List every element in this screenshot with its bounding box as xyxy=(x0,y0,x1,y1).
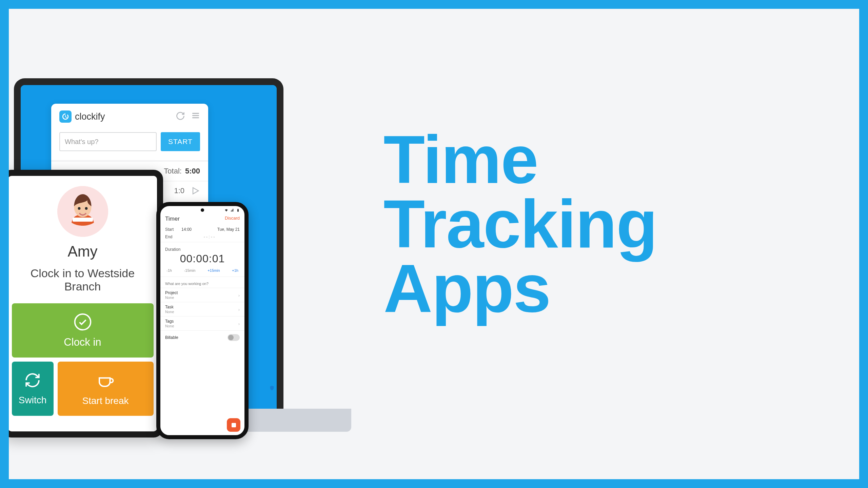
minus-15min-button[interactable]: -15min xyxy=(184,268,196,272)
tablet-frame: Amy Clock in to Westside Branch Clock in… xyxy=(9,170,163,438)
entry-duration: 1:0 xyxy=(174,186,184,195)
billable-row: Billable xyxy=(160,330,244,344)
tags-value: None xyxy=(165,324,240,328)
clock-in-button[interactable]: Clock in xyxy=(12,303,154,358)
project-value: None xyxy=(165,296,240,300)
minus-1h-button[interactable]: -1h xyxy=(166,268,172,272)
refresh-icon[interactable] xyxy=(176,111,185,122)
start-button[interactable]: START xyxy=(161,132,200,151)
timer-title: Timer xyxy=(165,216,180,222)
tags-field[interactable]: Tags None › xyxy=(160,316,244,330)
battery-icon xyxy=(236,208,240,212)
title-line-2: Tracking xyxy=(383,192,657,256)
end-label: End xyxy=(165,235,179,239)
tags-label: Tags xyxy=(165,319,240,324)
svg-rect-8 xyxy=(73,218,93,222)
location-line-1: Clock in to Westside xyxy=(31,267,135,280)
play-icon[interactable] xyxy=(191,186,200,196)
check-icon xyxy=(73,312,92,333)
clockify-brand: clockify xyxy=(59,110,105,123)
duration-label: Duration xyxy=(160,244,244,252)
user-name: Amy xyxy=(68,243,98,260)
stop-icon xyxy=(232,423,236,427)
timer-app: Timer Discard Start 14:00 Tue, May 21 En… xyxy=(160,206,244,435)
phone-frame: Timer Discard Start 14:00 Tue, May 21 En… xyxy=(156,202,249,439)
signal-icon xyxy=(230,208,235,212)
switch-icon xyxy=(24,372,41,390)
plus-1h-button[interactable]: +1h xyxy=(232,268,238,272)
phone-status-icons xyxy=(224,208,240,212)
kiosk-app: Amy Clock in to Westside Branch Clock in… xyxy=(9,176,157,431)
poster-title: Time Tracking Apps xyxy=(383,127,657,321)
discard-button[interactable]: Discard xyxy=(225,216,240,222)
svg-marker-3 xyxy=(193,188,198,194)
wifi-icon xyxy=(224,208,229,212)
stop-button[interactable] xyxy=(227,418,240,432)
task-value: None xyxy=(165,310,240,314)
title-line-3: Apps xyxy=(383,256,657,321)
location-line-2: Branch xyxy=(64,280,101,293)
quick-adjust-row: -1h -15min +15min +1h xyxy=(160,267,244,275)
plus-15min-button[interactable]: +15min xyxy=(208,268,220,272)
menu-icon[interactable] xyxy=(191,111,200,122)
clockify-header-actions xyxy=(176,111,200,122)
shield-icon xyxy=(269,385,275,391)
break-label: Start break xyxy=(82,395,129,406)
billable-toggle[interactable] xyxy=(228,334,240,341)
divider xyxy=(160,277,244,277)
svg-rect-11 xyxy=(238,209,238,209)
total-label: Total: xyxy=(164,167,182,176)
svg-point-6 xyxy=(78,207,80,210)
project-label: Project xyxy=(165,290,240,295)
clockify-logo-icon xyxy=(59,110,72,123)
description-input[interactable]: What are you working on? xyxy=(160,278,244,288)
end-time[interactable]: - - : - - xyxy=(204,235,215,239)
action-row: Switch Start break xyxy=(12,362,154,416)
avatar xyxy=(57,186,108,237)
switch-label: Switch xyxy=(19,395,46,406)
task-input[interactable]: What's up? xyxy=(59,132,157,151)
coffee-icon xyxy=(96,371,115,391)
start-row: Start 14:00 Tue, May 21 xyxy=(160,226,244,233)
start-date[interactable]: Tue, May 21 xyxy=(217,227,240,232)
canvas: Time Tracking Apps clockify xyxy=(9,9,859,479)
chevron-right-icon: › xyxy=(238,292,240,298)
location-prompt: Clock in to Westside Branch xyxy=(31,267,135,293)
title-line-1: Time xyxy=(383,127,657,192)
clockify-brand-name: clockify xyxy=(75,111,105,122)
svg-point-9 xyxy=(75,314,91,330)
divider xyxy=(160,242,244,242)
switch-button[interactable]: Switch xyxy=(12,362,54,416)
task-field[interactable]: Task None › xyxy=(160,302,244,316)
start-label: Start xyxy=(165,227,179,232)
chevron-right-icon: › xyxy=(238,307,240,312)
task-label: Task xyxy=(165,305,240,309)
svg-point-7 xyxy=(85,207,87,210)
svg-rect-10 xyxy=(237,209,239,212)
phone-camera xyxy=(201,208,204,212)
clockify-input-row: What's up? START xyxy=(59,132,200,151)
start-break-button[interactable]: Start break xyxy=(58,362,154,416)
total-value: 5:00 xyxy=(185,167,200,176)
clockify-header: clockify xyxy=(59,110,200,123)
duration-value: 00:00:01 xyxy=(160,252,244,267)
start-time[interactable]: 14:00 xyxy=(179,227,217,232)
clock-in-label: Clock in xyxy=(64,336,101,348)
chevron-right-icon: › xyxy=(238,321,240,326)
project-field[interactable]: Project None › xyxy=(160,288,244,302)
billable-label: Billable xyxy=(165,335,178,340)
end-row: End - - : - - xyxy=(160,233,244,241)
